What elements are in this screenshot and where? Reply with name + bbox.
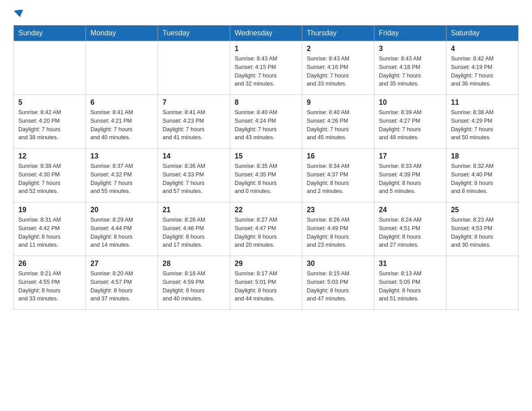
calendar-cell: 31Sunrise: 8:13 AM Sunset: 5:05 PM Dayli… [374,256,446,310]
day-of-week-header: Monday [86,26,158,41]
day-number: 22 [235,206,297,214]
day-number: 31 [379,260,442,268]
calendar-cell: 6Sunrise: 8:41 AM Sunset: 4:21 PM Daylig… [86,95,158,149]
calendar-cell: 5Sunrise: 8:42 AM Sunset: 4:20 PM Daylig… [14,95,86,149]
day-info: Sunrise: 8:41 AM Sunset: 4:23 PM Dayligh… [163,108,225,142]
calendar-cell [446,256,519,310]
calendar-cell: 4Sunrise: 8:42 AM Sunset: 4:19 PM Daylig… [446,41,519,95]
day-number: 8 [235,98,297,107]
day-info: Sunrise: 8:33 AM Sunset: 4:39 PM Dayligh… [379,162,442,196]
calendar-cell: 11Sunrise: 8:38 AM Sunset: 4:29 PM Dayli… [446,95,519,149]
day-of-week-header: Tuesday [158,26,230,41]
logo-triangle-icon [14,10,24,17]
day-info: Sunrise: 8:29 AM Sunset: 4:44 PM Dayligh… [90,216,153,249]
day-number: 12 [18,152,81,160]
day-of-week-header: Sunday [14,26,86,41]
calendar-week-row: 12Sunrise: 8:38 AM Sunset: 4:30 PM Dayli… [14,149,519,202]
day-info: Sunrise: 8:34 AM Sunset: 4:37 PM Dayligh… [307,162,369,196]
page-header [13,9,519,16]
calendar-cell [86,41,158,95]
day-number: 3 [379,45,442,53]
day-info: Sunrise: 8:31 AM Sunset: 4:42 PM Dayligh… [18,216,81,249]
calendar-cell: 26Sunrise: 8:21 AM Sunset: 4:55 PM Dayli… [14,256,86,310]
day-info: Sunrise: 8:38 AM Sunset: 4:30 PM Dayligh… [18,162,81,196]
calendar-cell: 18Sunrise: 8:32 AM Sunset: 4:40 PM Dayli… [446,149,519,202]
calendar-cell: 30Sunrise: 8:15 AM Sunset: 5:03 PM Dayli… [302,256,374,310]
day-number: 4 [451,45,514,53]
calendar-week-row: 19Sunrise: 8:31 AM Sunset: 4:42 PM Dayli… [14,202,519,256]
day-number: 17 [379,152,442,160]
day-info: Sunrise: 8:41 AM Sunset: 4:21 PM Dayligh… [90,108,153,142]
day-number: 2 [307,45,369,53]
day-number: 21 [163,206,225,214]
svg-marker-0 [14,10,24,17]
day-number: 16 [307,152,369,160]
day-info: Sunrise: 8:24 AM Sunset: 4:51 PM Dayligh… [379,216,442,249]
calendar-table: SundayMondayTuesdayWednesdayThursdayFrid… [13,25,519,310]
day-number: 10 [379,98,442,107]
day-number: 25 [451,206,514,214]
day-info: Sunrise: 8:20 AM Sunset: 4:57 PM Dayligh… [90,270,153,303]
day-info: Sunrise: 8:26 AM Sunset: 4:49 PM Dayligh… [307,216,369,249]
calendar-cell: 22Sunrise: 8:27 AM Sunset: 4:47 PM Dayli… [230,202,302,256]
day-number: 13 [90,152,153,160]
day-number: 5 [18,98,81,107]
day-info: Sunrise: 8:28 AM Sunset: 4:46 PM Dayligh… [163,216,225,249]
day-info: Sunrise: 8:43 AM Sunset: 4:15 PM Dayligh… [235,55,297,88]
calendar-cell: 8Sunrise: 8:40 AM Sunset: 4:24 PM Daylig… [230,95,302,149]
day-number: 15 [235,152,297,160]
day-number: 23 [307,206,369,214]
day-number: 1 [235,45,297,53]
day-info: Sunrise: 8:18 AM Sunset: 4:59 PM Dayligh… [163,270,225,303]
day-info: Sunrise: 8:23 AM Sunset: 4:53 PM Dayligh… [451,216,514,249]
day-number: 6 [90,98,153,107]
day-info: Sunrise: 8:21 AM Sunset: 4:55 PM Dayligh… [18,270,81,303]
day-info: Sunrise: 8:42 AM Sunset: 4:20 PM Dayligh… [18,108,81,142]
day-info: Sunrise: 8:32 AM Sunset: 4:40 PM Dayligh… [451,162,514,196]
day-number: 27 [90,260,153,268]
day-info: Sunrise: 8:43 AM Sunset: 4:16 PM Dayligh… [307,55,369,88]
calendar-cell: 10Sunrise: 8:39 AM Sunset: 4:27 PM Dayli… [374,95,446,149]
calendar-cell: 28Sunrise: 8:18 AM Sunset: 4:59 PM Dayli… [158,256,230,310]
day-info: Sunrise: 8:37 AM Sunset: 4:32 PM Dayligh… [90,162,153,196]
calendar-cell [14,41,86,95]
day-info: Sunrise: 8:36 AM Sunset: 4:33 PM Dayligh… [163,162,225,196]
calendar-cell [158,41,230,95]
calendar-cell: 9Sunrise: 8:40 AM Sunset: 4:26 PM Daylig… [302,95,374,149]
calendar-week-row: 26Sunrise: 8:21 AM Sunset: 4:55 PM Dayli… [14,256,519,310]
calendar-cell: 7Sunrise: 8:41 AM Sunset: 4:23 PM Daylig… [158,95,230,149]
day-info: Sunrise: 8:35 AM Sunset: 4:35 PM Dayligh… [235,162,297,196]
day-number: 20 [90,206,153,214]
day-info: Sunrise: 8:13 AM Sunset: 5:05 PM Dayligh… [379,270,442,303]
day-info: Sunrise: 8:40 AM Sunset: 4:24 PM Dayligh… [235,108,297,142]
calendar-cell: 24Sunrise: 8:24 AM Sunset: 4:51 PM Dayli… [374,202,446,256]
day-info: Sunrise: 8:38 AM Sunset: 4:29 PM Dayligh… [451,108,514,142]
day-of-week-header: Friday [374,26,446,41]
calendar-cell: 2Sunrise: 8:43 AM Sunset: 4:16 PM Daylig… [302,41,374,95]
day-number: 7 [163,98,225,107]
day-number: 24 [379,206,442,214]
calendar-cell: 19Sunrise: 8:31 AM Sunset: 4:42 PM Dayli… [14,202,86,256]
calendar-cell: 16Sunrise: 8:34 AM Sunset: 4:37 PM Dayli… [302,149,374,202]
calendar-cell: 20Sunrise: 8:29 AM Sunset: 4:44 PM Dayli… [86,202,158,256]
day-of-week-header: Saturday [446,26,519,41]
day-number: 30 [307,260,369,268]
day-number: 26 [18,260,81,268]
day-info: Sunrise: 8:39 AM Sunset: 4:27 PM Dayligh… [379,108,442,142]
day-info: Sunrise: 8:43 AM Sunset: 4:18 PM Dayligh… [379,55,442,88]
day-number: 29 [235,260,297,268]
calendar-cell: 3Sunrise: 8:43 AM Sunset: 4:18 PM Daylig… [374,41,446,95]
calendar-cell: 1Sunrise: 8:43 AM Sunset: 4:15 PM Daylig… [230,41,302,95]
calendar-cell: 13Sunrise: 8:37 AM Sunset: 4:32 PM Dayli… [86,149,158,202]
day-info: Sunrise: 8:27 AM Sunset: 4:47 PM Dayligh… [235,216,297,249]
calendar-header-row: SundayMondayTuesdayWednesdayThursdayFrid… [14,26,519,41]
calendar-cell: 12Sunrise: 8:38 AM Sunset: 4:30 PM Dayli… [14,149,86,202]
day-of-week-header: Wednesday [230,26,302,41]
logo [13,9,24,16]
day-info: Sunrise: 8:15 AM Sunset: 5:03 PM Dayligh… [307,270,369,303]
calendar-cell: 15Sunrise: 8:35 AM Sunset: 4:35 PM Dayli… [230,149,302,202]
calendar-cell: 25Sunrise: 8:23 AM Sunset: 4:53 PM Dayli… [446,202,519,256]
calendar-cell: 17Sunrise: 8:33 AM Sunset: 4:39 PM Dayli… [374,149,446,202]
calendar-week-row: 5Sunrise: 8:42 AM Sunset: 4:20 PM Daylig… [14,95,519,149]
calendar-week-row: 1Sunrise: 8:43 AM Sunset: 4:15 PM Daylig… [14,41,519,95]
